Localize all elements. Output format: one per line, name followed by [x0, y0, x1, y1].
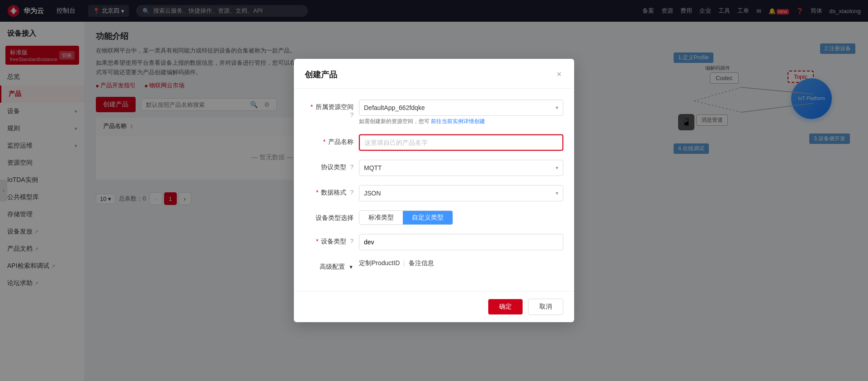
- label-protocol: 协议类型 ?: [305, 160, 359, 171]
- modal-footer: 确定 取消: [294, 291, 574, 322]
- custom-product-id-link[interactable]: 定制ProductID: [359, 259, 400, 267]
- form-row-advanced: 高级配置 ▼ 定制ProductID | 备注信息: [305, 259, 563, 271]
- label-device-type: * 设备类型 ?: [305, 234, 359, 246]
- create-product-modal: 创建产品 × * 所属资源空间 ? DefaultApp_662fdqke ▾: [294, 59, 574, 322]
- advanced-options: 定制ProductID | 备注信息: [359, 259, 563, 267]
- required-asterisk: *: [316, 189, 318, 196]
- data-format-content: JSON ▾: [359, 185, 563, 201]
- resource-space-selector[interactable]: DefaultApp_662fdqke ▾: [359, 100, 563, 116]
- data-format-selector[interactable]: JSON ▾: [359, 185, 563, 201]
- label-resource-space: * 所属资源空间 ?: [305, 100, 359, 119]
- form-row-device-type: * 设备类型 ?: [305, 234, 563, 250]
- device-type-content: [359, 234, 563, 250]
- remarks-link[interactable]: 备注信息: [409, 259, 434, 267]
- confirm-button[interactable]: 确定: [488, 299, 523, 314]
- product-name-content: [359, 134, 563, 151]
- help-icon-protocol[interactable]: ?: [350, 163, 354, 171]
- label-advanced: 高级配置 ▼: [305, 259, 359, 271]
- required-asterisk: *: [316, 238, 318, 245]
- modal-overlay[interactable]: 创建产品 × * 所属资源空间 ? DefaultApp_662fdqke ▾: [0, 0, 868, 381]
- protocol-selector[interactable]: MQTT ▾: [359, 160, 563, 176]
- modal-close-button[interactable]: ×: [555, 68, 563, 81]
- form-row-resource-space: * 所属资源空间 ? DefaultApp_662fdqke ▾ 如需创建新的资…: [305, 100, 563, 125]
- resource-space-hint: 如需创建新的资源空间，您可 前往当前实例详情创建: [359, 118, 563, 125]
- protocol-content: MQTT ▾: [359, 160, 563, 176]
- resource-space-hint-link[interactable]: 前往当前实例详情创建: [431, 118, 485, 124]
- custom-type-button[interactable]: 自定义类型: [403, 211, 453, 224]
- label-device-type-select: 设备类型选择: [305, 210, 359, 222]
- modal-title: 创建产品: [305, 69, 337, 80]
- required-asterisk: *: [323, 138, 326, 145]
- resource-space-content: DefaultApp_662fdqke ▾ 如需创建新的资源空间，您可 前往当前…: [359, 100, 563, 125]
- modal-body: * 所属资源空间 ? DefaultApp_662fdqke ▾ 如需创建新的资…: [294, 89, 574, 291]
- product-name-input[interactable]: [359, 134, 563, 151]
- device-type-select-content: 标准类型 自定义类型: [359, 210, 563, 225]
- form-row-data-format: * 数据格式 ? JSON ▾: [305, 185, 563, 201]
- advanced-content: 定制ProductID | 备注信息: [359, 259, 563, 267]
- form-row-protocol: 协议类型 ? MQTT ▾: [305, 160, 563, 176]
- protocol-select-control[interactable]: MQTT ▾: [359, 160, 563, 176]
- form-row-product-name: * 产品名称: [305, 134, 563, 151]
- cancel-button[interactable]: 取消: [528, 299, 563, 315]
- data-format-select-control[interactable]: JSON ▾: [359, 185, 563, 201]
- device-type-toggle: 标准类型 自定义类型: [359, 210, 453, 225]
- separator: |: [403, 260, 405, 267]
- form-row-device-type-select: 设备类型选择 标准类型 自定义类型: [305, 210, 563, 225]
- label-data-format: * 数据格式 ?: [305, 185, 359, 197]
- resource-space-select-control[interactable]: DefaultApp_662fdqke ▾: [359, 100, 563, 116]
- select-arrow-icon: ▾: [556, 190, 558, 196]
- label-product-name: * 产品名称: [305, 134, 359, 146]
- help-icon-format[interactable]: ?: [350, 189, 354, 196]
- standard-type-button[interactable]: 标准类型: [359, 211, 403, 224]
- select-arrow-icon: ▾: [556, 105, 558, 111]
- help-icon-resource[interactable]: ?: [350, 111, 354, 119]
- help-icon-device[interactable]: ?: [350, 238, 354, 245]
- select-arrow-icon: ▾: [556, 165, 558, 171]
- device-type-input[interactable]: [359, 234, 563, 250]
- required-asterisk: *: [311, 103, 313, 110]
- modal-header: 创建产品 ×: [294, 59, 574, 89]
